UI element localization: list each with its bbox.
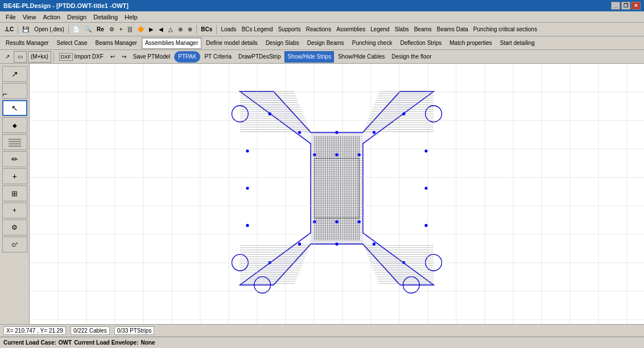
- main-area: ↗ ⌐ ↖ ◆ ✏ + ⊞ + ⚙ ⊙°: [0, 64, 644, 324]
- icon-arrow-btn[interactable]: ↗: [2, 51, 13, 63]
- ptpak-btn[interactable]: PTPAK: [174, 51, 200, 63]
- icon-btn-8[interactable]: ◀: [156, 24, 166, 35]
- assemblies-manager-btn[interactable]: Assemblies Manager: [142, 38, 201, 49]
- design-slabs-btn[interactable]: Design Slabs: [262, 38, 303, 49]
- cursor-select-tool[interactable]: ↖: [2, 100, 27, 116]
- icon-btn-3[interactable]: ⚙: [107, 24, 117, 35]
- strips-display: 0/33 PTStrips: [114, 326, 155, 335]
- close-btn[interactable]: ✕: [631, 2, 641, 10]
- icon-btn-9[interactable]: △: [166, 24, 175, 35]
- coordinates-display: X= 210.747 , Y= 21.29: [3, 326, 66, 335]
- draw-pt-des-strip-btn[interactable]: DrawPTDesStrip: [236, 51, 283, 63]
- cross-hair-tool[interactable]: +: [2, 168, 27, 184]
- results-manager-btn[interactable]: Results Manager: [2, 38, 52, 49]
- pt-criteria-btn[interactable]: PT Criteria: [201, 51, 234, 63]
- loads-btn[interactable]: Loads: [218, 24, 238, 35]
- title-text: BE4E-PLDesign - [PTDD.OWT-title1 -OWT]: [3, 2, 129, 9]
- redo-btn[interactable]: ↪: [119, 51, 129, 63]
- beams-manager-btn[interactable]: Beams Manager: [92, 38, 141, 49]
- punching-btn[interactable]: Punching critical sections: [471, 24, 539, 35]
- polygon-tool[interactable]: ◆: [2, 117, 27, 133]
- cables-display: 0/222 Cables: [71, 326, 110, 335]
- load-envelope-label: Current Load Envelope:: [74, 339, 138, 346]
- beams-data-btn[interactable]: Beams Data: [435, 24, 470, 35]
- punching-check-btn[interactable]: Punching check: [349, 38, 396, 49]
- canvas-area[interactable]: [30, 64, 644, 324]
- icon-btn-4[interactable]: +: [117, 24, 125, 35]
- show-hide-strips-btn[interactable]: Show/Hide Strips: [284, 51, 334, 63]
- define-model-btn[interactable]: Define model details: [203, 38, 261, 49]
- open-des-btn[interactable]: Open (.des): [32, 24, 67, 35]
- menu-action[interactable]: Action: [39, 13, 64, 22]
- legend-btn[interactable]: Legend: [368, 24, 391, 35]
- formula-btn[interactable]: (M+kx): [28, 51, 51, 63]
- beams-btn[interactable]: Beams: [412, 24, 434, 35]
- window-controls: _ ❐ ✕: [611, 2, 641, 10]
- pencil-down-tool[interactable]: ✏: [2, 151, 27, 167]
- nodes-tool[interactable]: ⊙°: [2, 237, 27, 252]
- title-bar: BE4E-PLDesign - [PTDD.OWT-title1 -OWT] _…: [0, 0, 644, 11]
- match-props-btn[interactable]: Match properties: [446, 38, 495, 49]
- grid-plus-tool[interactable]: ⊞: [2, 185, 27, 201]
- left-sidebar: ↗ ⌐ ↖ ◆ ✏ + ⊞ + ⚙ ⊙°: [0, 64, 30, 324]
- icon-btn-6[interactable]: 🔶: [135, 24, 146, 35]
- icon-btn-2[interactable]: 🔍: [82, 24, 94, 35]
- icon-btn-10[interactable]: ⊕: [176, 24, 185, 35]
- icon-btn-11[interactable]: ⊗: [185, 24, 195, 35]
- arrow-up-right-tool[interactable]: ↗: [2, 66, 27, 82]
- load-case-value: OWT: [59, 339, 72, 346]
- import-dxf-btn[interactable]: DXF Import DXF: [56, 51, 106, 63]
- corner-tool[interactable]: ⌐: [2, 83, 27, 99]
- start-detailing-btn[interactable]: Start detailing: [497, 38, 538, 49]
- cad-drawing: [30, 64, 644, 324]
- menu-view[interactable]: View: [19, 13, 40, 22]
- design-beams-btn[interactable]: Design Beams: [304, 38, 348, 49]
- rect-small-btn[interactable]: ▭: [14, 51, 27, 63]
- menu-detailing[interactable]: Detailing: [90, 13, 121, 22]
- slabs-btn[interactable]: Slabs: [393, 24, 411, 35]
- menu-design[interactable]: Design: [64, 13, 90, 22]
- minimize-btn[interactable]: _: [611, 2, 620, 10]
- lc-btn[interactable]: .LC: [2, 24, 16, 35]
- toolbar-3: ↗ ▭ (M+kx) DXF Import DXF ↩ ↪ Save PTMod…: [0, 50, 644, 64]
- icon-btn-7[interactable]: ▶: [147, 24, 156, 35]
- deflection-strips-btn[interactable]: Deflection Strips: [397, 38, 445, 49]
- settings2-tool[interactable]: ⚙: [2, 219, 27, 235]
- reactions-btn[interactable]: Reactions: [304, 24, 333, 35]
- icon-btn-5[interactable]: |||: [126, 24, 135, 35]
- undo-btn[interactable]: ↩: [108, 51, 118, 63]
- supports-btn[interactable]: Supports: [276, 24, 303, 35]
- icon-btn-1[interactable]: 📄: [71, 24, 82, 35]
- ribbon-bar: Results Manager Select Case Beams Manage…: [0, 36, 644, 50]
- bcs-legend-btn[interactable]: BCs Legend: [240, 24, 275, 35]
- re-btn[interactable]: Re: [94, 24, 106, 35]
- assemblies-btn[interactable]: Assemblies: [334, 24, 368, 35]
- load-envelope-value: None: [141, 339, 155, 346]
- menu-file[interactable]: File: [2, 13, 19, 22]
- show-hide-cables-btn[interactable]: Show/Hide Cables: [335, 51, 387, 63]
- hatch-tool[interactable]: [2, 134, 27, 150]
- toolbar-1: .LC 💾 Open (.des) 📄 🔍 Re ⚙ + ||| 🔶 ▶ ◀ △…: [0, 23, 644, 36]
- menu-help[interactable]: Help: [121, 13, 141, 22]
- bcs-btn[interactable]: BCs: [199, 24, 214, 35]
- save-btn[interactable]: 💾: [20, 24, 31, 35]
- move-tool[interactable]: +: [2, 202, 27, 218]
- load-case-label: Current Load Case:: [3, 339, 56, 346]
- menu-bar: File View Action Design Detailing Help: [0, 11, 644, 23]
- save-pt-model-btn[interactable]: Save PTModel: [130, 51, 174, 63]
- status-bar: X= 210.747 , Y= 21.29 0/222 Cables 0/33 …: [0, 324, 644, 337]
- bottom-bar: Current Load Case: OWT Current Load Enve…: [0, 337, 644, 348]
- restore-btn[interactable]: ❐: [621, 2, 630, 10]
- select-case-btn[interactable]: Select Case: [53, 38, 91, 49]
- design-floor-btn[interactable]: Design the floor: [389, 51, 434, 63]
- formula-text: (M+kx): [31, 53, 48, 60]
